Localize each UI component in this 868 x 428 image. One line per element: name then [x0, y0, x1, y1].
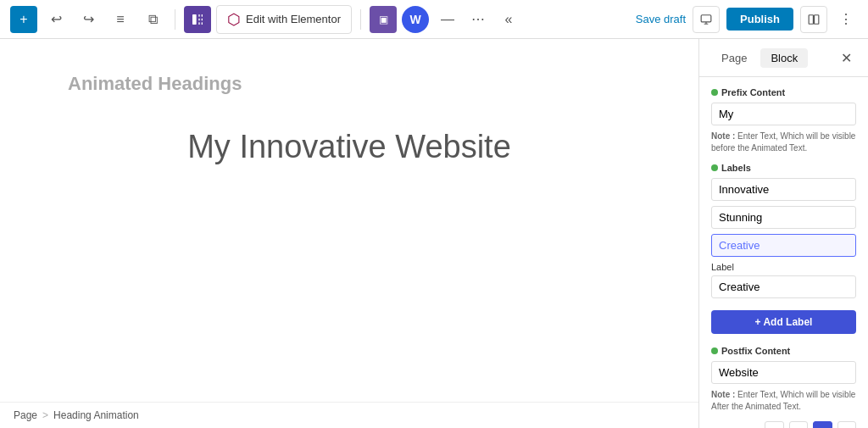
copy-button[interactable]: ⧉: [139, 6, 166, 33]
toolbar: + ↩ ↪ ≡ ⧉ ⬡ Edit with Elementor ▣ W — ⋯ …: [0, 0, 868, 39]
labels-dot: [711, 164, 718, 171]
svg-rect-1: [198, 14, 199, 17]
label-row-creative: ⧉ ⊙: [711, 234, 856, 257]
prefix-input-row: ⊟: [711, 103, 856, 125]
elementor-logo-icon: ⬡: [227, 10, 241, 29]
separator-icon-btn[interactable]: —: [434, 6, 461, 33]
postfix-input-row: ⊟: [711, 361, 856, 384]
wp-icon: W: [402, 6, 429, 33]
align-right-button[interactable]: [813, 421, 832, 428]
prefix-dot: [711, 89, 718, 96]
breadcrumb: Page > Heading Animation: [0, 402, 698, 428]
list-view-button[interactable]: ≡: [107, 6, 134, 33]
collapse-button[interactable]: «: [495, 6, 522, 33]
header-more-button[interactable]: ⋮: [834, 8, 858, 31]
breadcrumb-separator: >: [42, 409, 48, 421]
tab-block[interactable]: Block: [760, 48, 808, 68]
postfix-dot: [711, 347, 718, 354]
align-left-button[interactable]: [765, 421, 783, 428]
align-center-button[interactable]: [789, 421, 808, 428]
svg-rect-5: [202, 18, 203, 20]
redo-button[interactable]: ↪: [75, 6, 102, 33]
prefix-section-label: Prefix Content: [711, 87, 856, 97]
label-row-innovative: ⧉ ⊙: [711, 178, 856, 201]
breadcrumb-current: Heading Animation: [53, 409, 139, 421]
postfix-section-label: Postfix Content: [711, 346, 856, 356]
svg-rect-0: [192, 14, 197, 25]
label-row-stunning: ⧉ ⊙: [711, 206, 856, 229]
divider-2: [360, 9, 361, 30]
panel-header: Page Block ✕: [699, 39, 868, 77]
divider-1: [175, 9, 175, 30]
svg-rect-2: [198, 18, 199, 20]
label-input-creative[interactable]: [712, 235, 868, 256]
elementor-icon: [184, 6, 211, 33]
save-draft-button[interactable]: Save draft: [636, 13, 686, 25]
label-input-stunning[interactable]: [712, 207, 868, 228]
canvas-area: Animated Headings My Innovative Website …: [0, 39, 698, 428]
block-heading-label: Animated Headings: [68, 73, 242, 95]
prefix-input[interactable]: [712, 103, 868, 125]
prefix-note: Note : Enter Text, Which will be visible…: [711, 131, 856, 154]
postfix-note: Note : Enter Text, Which will be visible…: [711, 389, 856, 413]
tab-page[interactable]: Page: [711, 48, 757, 68]
svg-rect-3: [198, 22, 199, 25]
canvas-content: Animated Headings My Innovative Website: [0, 39, 698, 402]
svg-rect-6: [202, 22, 203, 25]
svg-rect-7: [701, 14, 711, 21]
panel-body: Prefix Content ⊟ Note : Enter Text, Whic…: [699, 77, 868, 428]
publish-button[interactable]: Publish: [726, 8, 793, 31]
more-options-button[interactable]: ⋯: [466, 8, 490, 31]
panel-close-button[interactable]: ✕: [836, 47, 856, 68]
edit-elementor-button[interactable]: ⬡ Edit with Elementor: [216, 5, 352, 34]
view-button[interactable]: [693, 6, 720, 33]
postfix-input[interactable]: [712, 362, 868, 383]
right-panel: Page Block ✕ Prefix Content ⊟ Note : Ent…: [698, 39, 868, 428]
labels-section-label: Labels: [711, 163, 856, 173]
toolbar-right: Save draft Publish ⋮: [636, 6, 858, 33]
breadcrumb-page: Page: [14, 409, 37, 421]
plugin-icon-purple: ▣: [370, 6, 397, 33]
panel-tabs: Page Block: [711, 48, 808, 68]
sub-label-heading: Label: [711, 262, 856, 272]
sub-label-input-row: ⊟: [711, 275, 856, 298]
settings-button[interactable]: [800, 6, 827, 33]
sub-label-input[interactable]: [712, 276, 868, 297]
undo-button[interactable]: ↩: [42, 6, 70, 33]
add-label-button[interactable]: + Add Label: [711, 310, 856, 334]
edit-elementor-label: Edit with Elementor: [246, 13, 341, 25]
svg-rect-4: [202, 14, 203, 17]
animated-heading-preview: My Innovative Website: [187, 129, 511, 165]
label-input-innovative[interactable]: [712, 179, 868, 200]
svg-rect-8: [809, 14, 813, 24]
svg-rect-9: [815, 14, 819, 24]
main-layout: Animated Headings My Innovative Website …: [0, 39, 868, 428]
alignment-row: Alignment: [711, 421, 856, 428]
add-block-button[interactable]: +: [10, 6, 37, 33]
align-justify-button[interactable]: [837, 421, 856, 428]
